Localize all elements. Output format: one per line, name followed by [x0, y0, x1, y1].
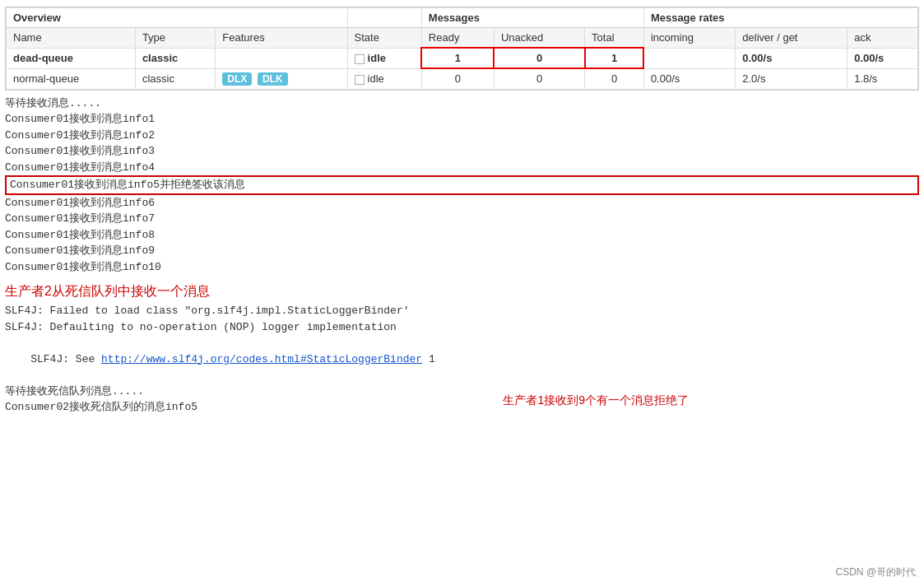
- console-line-6: Consumer01接收到消息info6: [5, 195, 919, 212]
- col-features: Features: [216, 28, 347, 49]
- annotation-text: 生产者1接收到9个有一个消息拒绝了: [503, 392, 689, 409]
- console-line-waiting: 等待接收消息.....: [5, 95, 919, 112]
- col-incoming: incoming: [643, 28, 735, 49]
- col-ack: ack: [847, 28, 918, 49]
- console-line-7: Consumer01接收到消息info7: [5, 211, 919, 227]
- slf4j-line-3: SLF4J: See http://www.slf4j.org/codes.ht…: [5, 353, 435, 382]
- cell-state: idle: [347, 48, 421, 68]
- col-state: State: [347, 28, 421, 49]
- state-checkbox-icon: [355, 75, 364, 85]
- cell-name: dead-queue: [7, 48, 136, 68]
- slf4j-line-2: SLF4J: Defaulting to no-operation (NOP) …: [5, 321, 397, 333]
- console-line-2: Consumer01接收到消息info2: [5, 128, 919, 144]
- cell-total: 0: [585, 68, 644, 89]
- slf4j-link[interactable]: http://www.slf4j.org/codes.html#StaticLo…: [101, 353, 422, 365]
- overview-group-header: Overview: [7, 8, 348, 28]
- cell-features: [216, 48, 347, 68]
- cell-ready: 1: [421, 48, 494, 68]
- cell-features: DLX DLK: [216, 68, 347, 89]
- cell-type: classic: [135, 48, 215, 68]
- message-rates-group-header: Message rates: [643, 8, 917, 28]
- col-ready: Ready: [421, 28, 494, 49]
- slf4j-line-1: SLF4J: Failed to load class "org.slf4j.i…: [5, 305, 409, 317]
- table-group-header-row: Overview Messages Message rates: [7, 8, 918, 28]
- cell-unacked: 0: [494, 48, 584, 68]
- state-value: idle: [368, 52, 386, 64]
- slf4j-see-suffix: 1: [422, 353, 435, 365]
- cell-incoming: [643, 48, 735, 68]
- console-line-1: Consumer01接收到消息info1: [5, 111, 919, 128]
- cell-total: 1: [585, 48, 644, 68]
- console-line-highlighted: Consumer01接收到消息info5并拒绝签收该消息: [5, 175, 919, 195]
- console-line-8: Consumer01接收到消息info8: [5, 227, 919, 244]
- annotation-row: Consumer01接收到消息info8 生产者1接收到9个有一个消息拒绝了: [5, 227, 919, 244]
- cell-deliver-get: 2.0/s: [736, 68, 847, 89]
- col-name: Name: [7, 28, 136, 49]
- slf4j-see-prefix: SLF4J: See: [30, 353, 101, 365]
- queue-table: Overview Messages Message rates Name Typ…: [6, 7, 918, 90]
- col-type: Type: [135, 28, 215, 49]
- slf4j-line-5: Consumer02接收死信队列的消息info5: [5, 401, 197, 413]
- cell-unacked: 0: [494, 68, 584, 89]
- messages-group-header: Messages: [421, 8, 643, 28]
- cell-name: normal-queue: [7, 68, 136, 89]
- footer-text: CSDN @哥的时代: [835, 565, 916, 579]
- table-col-header-row: Name Type Features State Ready Unacked T…: [7, 28, 918, 49]
- col-unacked: Unacked: [494, 28, 584, 49]
- cell-ready: 0: [421, 68, 494, 89]
- state-header-spacer: [347, 8, 421, 28]
- queue-table-section: Overview Messages Message rates Name Typ…: [5, 7, 919, 91]
- badge-dlx: DLX: [222, 72, 252, 86]
- console-line-3: Consumer01接收到消息info3: [5, 143, 919, 160]
- cell-type: classic: [135, 68, 215, 89]
- cell-incoming: 0.00/s: [643, 68, 735, 89]
- cell-state: idle: [347, 68, 421, 89]
- console-line-10: Consumer01接收到消息info10: [5, 259, 919, 276]
- console-output: 等待接收消息..... Consumer01接收到消息info1 Consume…: [5, 95, 919, 416]
- console-line-4: Consumer01接收到消息info4: [5, 160, 919, 176]
- col-total: Total: [585, 28, 644, 49]
- slf4j-line-4: 等待接收死信队列消息.....: [5, 385, 144, 398]
- col-deliver-get: deliver / get: [736, 28, 847, 49]
- cell-deliver-get: 0.00/s: [736, 48, 847, 68]
- state-value: idle: [368, 72, 384, 85]
- table-row: normal-queue classic DLX DLK idle 0 0 0 …: [7, 68, 918, 89]
- cell-ack: 1.8/s: [847, 68, 918, 89]
- console-line-9: Consumer01接收到消息info9: [5, 243, 919, 259]
- table-row: dead-queue classic idle 1 0 1 0.00/s 0.0…: [7, 48, 918, 68]
- cell-ack: 0.00/s: [847, 48, 918, 68]
- state-checkbox-icon: [355, 54, 364, 64]
- red-heading: 生产者2从死信队列中接收一个消息: [5, 281, 919, 301]
- badge-dlk: DLK: [258, 72, 288, 86]
